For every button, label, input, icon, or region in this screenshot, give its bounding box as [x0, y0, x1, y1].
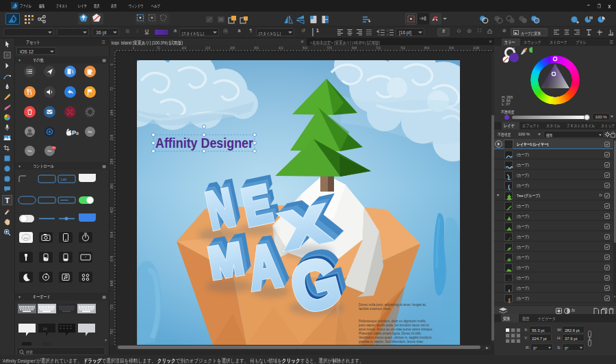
svg-text:Lab: Lab: [61, 177, 67, 181]
svg-text:2: 2: [387, 33, 389, 36]
svg-text:gravida et, sapien. Sed bibend: gravida et, sapien. Sed bibendum, lectus…: [359, 340, 423, 343]
svg-text:1: 1: [387, 29, 389, 32]
svg-text:Affinity Designer: Affinity Designer: [155, 135, 253, 151]
svg-text:Phasellus mattis ornare ligula: Phasellus mattis ornare ligula. Donec id…: [359, 332, 422, 335]
svg-text:Pellentesque tincidunt, dolor: Pellentesque tincidunt, dolor eu digniss…: [359, 320, 426, 323]
svg-text:Donec nulla justo, adipiscing: Donec nulla justo, adipiscing sit amet, …: [359, 303, 426, 307]
svg-text:amet metus. Fusce ac est vitae: amet metus. Fusce ac est vitae purus var…: [359, 328, 433, 331]
svg-text:facilisis euismod, risus.: facilisis euismod, risus.: [359, 307, 391, 311]
svg-text:Now: Now: [88, 131, 92, 133]
svg-text:ay: ay: [76, 131, 79, 136]
svg-text:New: New: [27, 150, 32, 153]
svg-text:⌃: ⌃: [84, 256, 86, 259]
svg-text:justo sapien iaculis pede, vel: justo sapien iaculis pede, vel tincidunt…: [358, 324, 430, 327]
svg-text:Vestibulum metus quam, ultrice: Vestibulum metus quam, ultrices in, sagi…: [359, 336, 433, 339]
svg-text:Lo: Lo: [43, 326, 47, 330]
svg-text:pay: pay: [24, 236, 28, 239]
svg-text:New: New: [47, 150, 52, 153]
